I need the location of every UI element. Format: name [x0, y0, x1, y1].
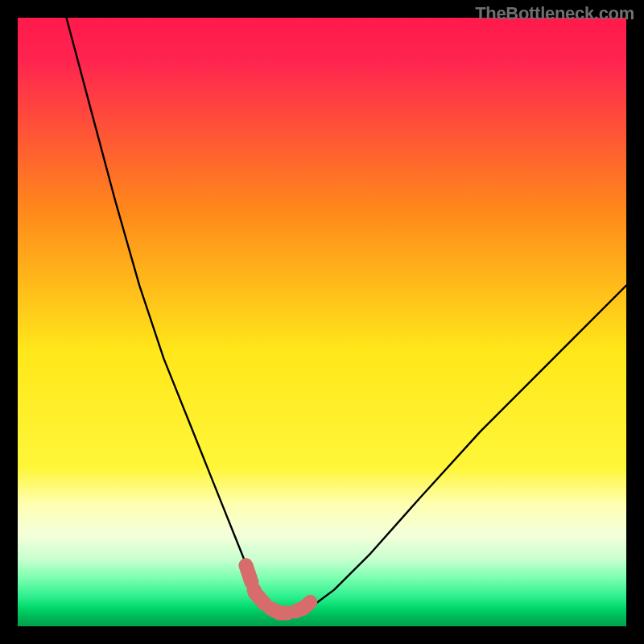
watermark-text: TheBottleneck.com	[475, 3, 634, 24]
chart-frame: TheBottleneck.com	[0, 0, 644, 644]
plot-area	[18, 18, 626, 626]
optimal-zone-marker	[18, 18, 626, 626]
